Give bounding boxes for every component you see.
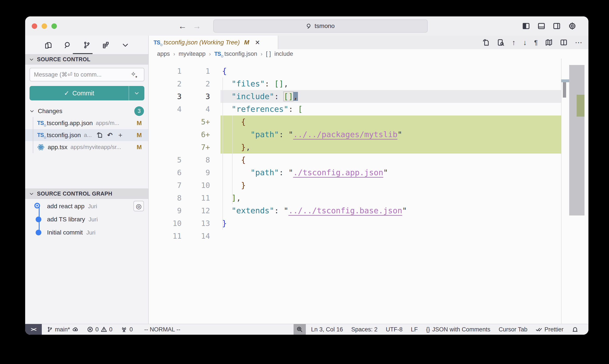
map-icon[interactable] xyxy=(545,39,553,46)
forward-button[interactable]: → xyxy=(193,21,201,31)
encoding-item[interactable]: UTF-8 xyxy=(386,326,403,333)
indentation-item[interactable]: Spaces: 2 xyxy=(351,326,377,333)
code-line-6[interactable]: 6+ "path": "../../packages/mytslib" xyxy=(149,128,588,141)
cursor-tab-item[interactable]: Cursor Tab xyxy=(499,326,527,333)
tab-modified-badge: M xyxy=(244,39,249,46)
discard-changes-icon[interactable]: ↶ xyxy=(107,131,113,139)
breadcrumb-segment[interactable]: myviteapp xyxy=(179,51,206,57)
commit-row[interactable]: add react app Juri ◎ xyxy=(25,200,148,213)
more-views-chevron-icon[interactable] xyxy=(121,41,129,49)
toggle-primary-sidebar-button[interactable] xyxy=(522,22,530,30)
code-token: { xyxy=(241,117,246,126)
source-control-graph-header[interactable]: SOURCE CONTROL GRAPH xyxy=(25,189,148,199)
toggle-panel-button[interactable] xyxy=(537,22,545,30)
minimap-slider[interactable] xyxy=(561,79,569,82)
breadcrumb[interactable]: apps › myviteapp › TS tsconfig.json › [ … xyxy=(149,49,588,59)
changes-section-header[interactable]: Changes 3 xyxy=(25,105,148,117)
tab-close-icon[interactable]: ✕ xyxy=(255,39,260,46)
zoom-status-item[interactable] xyxy=(294,324,306,335)
minimize-window-button[interactable] xyxy=(41,23,47,29)
cursor-position-item[interactable]: Ln 3, Col 16 xyxy=(311,326,343,333)
vim-block-cursor: , xyxy=(293,92,298,101)
code-line-3[interactable]: 33 "include": [], xyxy=(149,90,588,103)
code-line-4[interactable]: 44 "references": [ xyxy=(149,103,588,116)
code-line-12[interactable]: 912 "extends": "../../tsconfig.base.json… xyxy=(149,204,588,217)
code-line-9[interactable]: 69 "path": "./tsconfig.app.json" xyxy=(149,166,588,179)
maximize-window-button[interactable] xyxy=(52,23,57,29)
remote-indicator[interactable]: >< xyxy=(25,324,42,335)
breadcrumb-segment[interactable]: apps xyxy=(157,51,170,57)
formatter-item[interactable]: Prettier xyxy=(536,326,563,333)
source-control-icon[interactable] xyxy=(83,41,91,49)
source-control-section-header[interactable]: SOURCE CONTROL xyxy=(25,54,148,65)
activity-bar xyxy=(25,36,148,54)
tab-tsconfig-json-working-tree[interactable]: TS tsconfig.json (Working Tree) M ✕ xyxy=(149,36,278,49)
close-window-button[interactable] xyxy=(32,23,37,29)
search-in-file-icon[interactable] xyxy=(497,39,505,46)
code-line-14[interactable]: 1114 xyxy=(149,230,588,242)
settings-gear-icon[interactable] xyxy=(568,22,576,30)
code-line-10[interactable]: 710 } xyxy=(149,179,588,192)
commit-button[interactable]: ✓ Commit xyxy=(29,86,144,100)
notifications-item[interactable] xyxy=(572,326,578,333)
vim-mode-indicator[interactable]: -- NORMAL -- xyxy=(144,326,180,333)
eol-item[interactable]: LF xyxy=(411,326,418,333)
code-line-1[interactable]: 11{ xyxy=(149,65,588,78)
code-token: "include" xyxy=(232,92,274,101)
toggle-secondary-sidebar-button[interactable] xyxy=(553,22,561,30)
code-line-8[interactable]: 58 { xyxy=(149,154,588,166)
commit-dropdown-button[interactable] xyxy=(129,86,144,100)
code-line-13[interactable]: 1013} xyxy=(149,217,588,230)
explorer-icon[interactable] xyxy=(44,41,52,49)
gutter-original-line-number: 6 xyxy=(149,166,181,179)
scrollbar[interactable] xyxy=(569,65,584,215)
more-actions-icon[interactable]: ⋯ xyxy=(575,38,582,47)
code-token: } xyxy=(241,181,246,190)
modified-badge: M xyxy=(137,144,142,151)
code-line-7[interactable]: 7+ }, xyxy=(149,141,588,154)
goto-current-commit-button[interactable]: ◎ xyxy=(133,201,144,211)
commit-row[interactable]: Initial commit Juri xyxy=(25,226,148,239)
sparkle-ai-icon[interactable]: ✧✦ xyxy=(130,70,139,78)
vscode-window: ← → tsmono SOURCE xyxy=(25,16,588,335)
language-mode-item[interactable]: {} JSON with Comments xyxy=(426,326,491,333)
file-row-app-tsx[interactable]: app.tsx apps/myviteapp/sr... M xyxy=(25,141,148,153)
code-token xyxy=(222,155,241,164)
commit-row[interactable]: add TS library Juri xyxy=(25,213,148,226)
previous-change-icon[interactable]: ↑ xyxy=(512,38,516,47)
code-line-11[interactable]: 811 ], xyxy=(149,192,588,204)
radio-tower-icon xyxy=(121,326,127,333)
minimap[interactable] xyxy=(561,59,569,324)
gutter-original-line-number: 7 xyxy=(149,179,181,192)
code-line-5[interactable]: 5+ { xyxy=(149,116,588,128)
open-file-icon[interactable] xyxy=(96,132,103,139)
indentation-text: Spaces: 2 xyxy=(351,326,377,333)
code-token: " xyxy=(398,130,402,139)
code-line-2[interactable]: 22 "files": [], xyxy=(149,78,588,90)
file-row-tsconfig-app-json[interactable]: TS tsconfig.app.json apps/m... M xyxy=(25,117,148,129)
ports-status-item[interactable]: 0 xyxy=(121,326,133,333)
file-row-tsconfig-json[interactable]: TS tsconfig.json a... ↶ ＋ M xyxy=(25,129,148,141)
open-file-icon[interactable] xyxy=(482,39,490,46)
pilcrow-icon[interactable]: ¶ xyxy=(534,39,538,46)
command-center-search[interactable]: tsmono xyxy=(213,19,428,33)
breadcrumb-segment[interactable]: include xyxy=(274,51,293,57)
split-editor-icon[interactable] xyxy=(560,39,568,46)
code-editor[interactable]: 11{22 "files": [],33 "include": [],44 "r… xyxy=(149,59,588,324)
next-change-icon[interactable]: ↓ xyxy=(523,38,527,47)
branch-status-item[interactable]: main* xyxy=(47,326,79,333)
code-token: { xyxy=(241,155,246,164)
extensions-icon[interactable] xyxy=(102,41,110,49)
problems-status-item[interactable]: 0 0 xyxy=(87,326,112,333)
back-button[interactable]: ← xyxy=(178,21,187,31)
modified-badge: M xyxy=(137,132,142,139)
code-token: } xyxy=(241,143,246,152)
search-view-icon[interactable] xyxy=(64,41,72,49)
commit-message-input[interactable] xyxy=(29,68,144,81)
code-text: "references": [ xyxy=(222,103,303,116)
stage-changes-icon[interactable]: ＋ xyxy=(117,130,124,140)
formatter-text: Prettier xyxy=(544,326,563,333)
sync-cloud-icon xyxy=(72,326,79,333)
section-title: SOURCE CONTROL xyxy=(37,56,91,63)
breadcrumb-segment[interactable]: tsconfig.json xyxy=(224,51,257,57)
